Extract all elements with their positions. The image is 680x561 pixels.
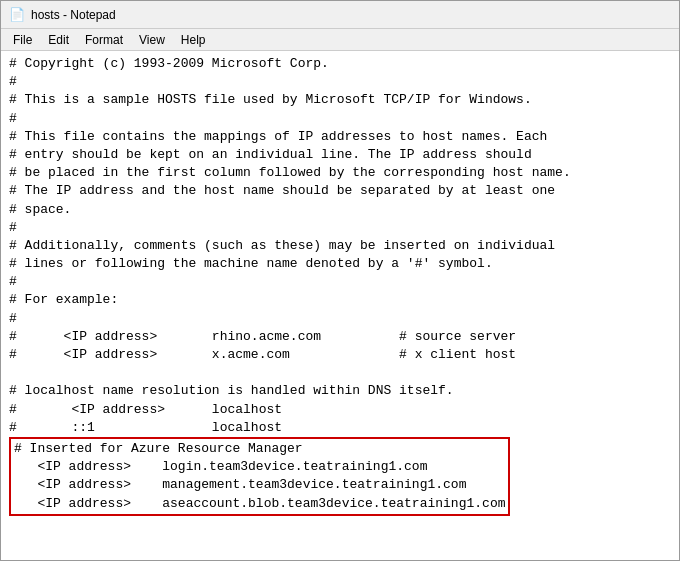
title-bar: 📄 hosts - Notepad [1, 1, 679, 29]
menu-view[interactable]: View [131, 31, 173, 49]
window-title: hosts - Notepad [31, 8, 116, 22]
menu-edit[interactable]: Edit [40, 31, 77, 49]
menu-file[interactable]: File [5, 31, 40, 49]
notepad-window: 📄 hosts - Notepad File Edit Format View … [0, 0, 680, 561]
menu-help[interactable]: Help [173, 31, 214, 49]
text-editor-area[interactable]: # Copyright (c) 1993-2009 Microsoft Corp… [1, 51, 679, 560]
highlighted-line: <IP address> aseaccount.blob.team3device… [14, 495, 505, 513]
highlighted-line: <IP address> login.team3device.teatraini… [14, 458, 505, 476]
text-body: # Copyright (c) 1993-2009 Microsoft Corp… [9, 55, 671, 516]
highlighted-line: <IP address> management.team3device.teat… [14, 476, 505, 494]
menu-format[interactable]: Format [77, 31, 131, 49]
highlighted-line: # Inserted for Azure Resource Manager [14, 440, 505, 458]
app-icon: 📄 [9, 7, 25, 23]
menu-bar: File Edit Format View Help [1, 29, 679, 51]
highlighted-block: # Inserted for Azure Resource Manager <I… [9, 437, 510, 516]
